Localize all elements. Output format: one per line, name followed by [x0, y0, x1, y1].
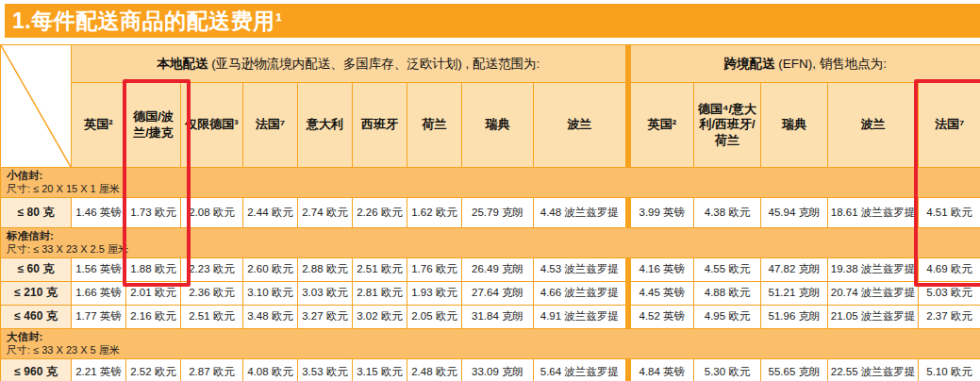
fee-cell: 5.03 欧元: [919, 281, 980, 305]
column-header-row: 英国² 德国/波兰/捷克 仅限德国³ 法国⁷ 意大利 西班牙 荷兰 瑞典 波兰 …: [1, 83, 980, 168]
fee-cell: 2.44 欧元: [243, 197, 298, 227]
table-row: ≤ 960 克 2.21 英镑 2.52 欧元 2.87 欧元 4.08 欧元 …: [1, 358, 980, 381]
fee-cell: 1.73 欧元: [126, 197, 181, 227]
page-title: 1.每件配送商品的配送费用¹: [5, 4, 980, 38]
fee-cell: 51.21 克朗: [761, 281, 828, 305]
col-header-de-only-local: 仅限德国³: [181, 83, 243, 168]
fee-cell: 3.15 欧元: [353, 358, 407, 381]
shipping-fee-table: 本地配送 (亚马逊物流境内配送、多国库存、泛欧计划) , 配送范围为: 跨境配送…: [0, 44, 980, 381]
weight-cell: ≤ 210 克: [1, 281, 72, 305]
fee-cell: 27.64 克朗: [462, 281, 534, 305]
fee-cell: 2.26 欧元: [353, 197, 407, 227]
efn-delivery-group-header: 跨境配送 (EFN), 销售地点为:: [628, 45, 980, 83]
fee-cell: 45.94 克朗: [761, 197, 828, 227]
fee-cell: 2.37 欧元: [919, 305, 980, 328]
fee-cell: 2.51 欧元: [353, 257, 407, 281]
fee-cell: 18.61 波兰兹罗提: [828, 197, 919, 227]
col-header-it-local: 意大利: [298, 83, 353, 168]
fee-cell: 33.09 克朗: [462, 358, 534, 381]
col-header-fr-efn: 法国⁷: [919, 83, 980, 168]
local-delivery-label: 本地配送: [157, 57, 208, 71]
section-name: 标准信封:: [7, 230, 974, 243]
fee-cell: 1.56 英镑: [72, 257, 126, 281]
fee-cell: 2.05 欧元: [407, 305, 462, 328]
section-size: 尺寸: ≤ 33 X 23 X 2.5 厘米: [7, 243, 974, 256]
fee-cell: 4.66 波兰兹罗提: [534, 281, 628, 305]
fee-cell: 3.03 欧元: [298, 281, 353, 305]
fee-cell: 4.55 欧元: [694, 257, 761, 281]
efn-delivery-scope-label: (EFN), 销售地点为:: [775, 57, 888, 71]
fee-cell: 2.51 欧元: [181, 305, 243, 328]
table-row: ≤ 460 克 1.77 英镑 2.16 欧元 2.51 欧元 3.48 欧元 …: [1, 305, 980, 328]
diagonal-header-cell: [1, 45, 72, 168]
fee-cell: 2.36 欧元: [181, 281, 243, 305]
col-header-de-pl-cz-local: 德国/波兰/捷克: [126, 83, 181, 168]
fee-cell: 22.55 波兰兹罗提: [828, 358, 919, 381]
fee-cell: 2.88 欧元: [298, 257, 353, 281]
weight-cell: ≤ 60 克: [1, 257, 72, 281]
fee-cell: 1.93 欧元: [407, 281, 462, 305]
col-header-es-local: 西班牙: [353, 83, 407, 168]
diagonal-line-icon: [1, 45, 71, 167]
fee-cell: 4.51 欧元: [919, 197, 980, 227]
table-row: ≤ 60 克 1.56 英镑 1.88 欧元 2.23 欧元 2.60 欧元 2…: [1, 257, 980, 281]
fee-cell: 5.30 欧元: [694, 358, 761, 381]
fee-cell: 5.64 波兰兹罗提: [534, 358, 628, 381]
col-header-pl-local: 波兰: [534, 83, 628, 168]
fee-cell: 1.77 英镑: [72, 305, 126, 328]
section-row-large-envelope: 大信封: 尺寸: ≤ 33 X 23 X 5 厘米: [1, 328, 980, 358]
fee-cell: 2.21 英镑: [72, 358, 126, 381]
fee-cell: 1.46 英镑: [72, 197, 126, 227]
fee-cell: 3.10 欧元: [243, 281, 298, 305]
fee-cell: 2.60 欧元: [243, 257, 298, 281]
col-header-pl-efn: 波兰: [828, 83, 919, 168]
section-name: 小信封:: [7, 170, 974, 183]
section-header-cell: 小信封: 尺寸: ≤ 20 X 15 X 1 厘米: [1, 168, 980, 198]
col-header-fr-local: 法国⁷: [243, 83, 298, 168]
fee-cell: 4.52 英镑: [628, 305, 694, 328]
fee-cell: 4.91 波兰兹罗提: [534, 305, 628, 328]
fee-cell: 4.45 英镑: [628, 281, 694, 305]
fee-cell: 1.66 英镑: [72, 281, 126, 305]
fee-cell: 3.99 英镑: [628, 197, 694, 227]
section-row-standard-envelope: 标准信封: 尺寸: ≤ 33 X 23 X 2.5 厘米: [1, 227, 980, 257]
weight-cell: ≤ 960 克: [1, 358, 72, 381]
fee-cell: 19.38 波兰兹罗提: [828, 257, 919, 281]
weight-cell: ≤ 80 克: [1, 197, 72, 227]
table-row: ≤ 80 克 1.46 英镑 1.73 欧元 2.08 欧元 2.44 欧元 2…: [1, 197, 980, 227]
section-size: 尺寸: ≤ 20 X 15 X 1 厘米: [7, 183, 974, 195]
section-header-cell: 标准信封: 尺寸: ≤ 33 X 23 X 2.5 厘米: [1, 227, 980, 257]
fee-cell: 4.08 欧元: [243, 358, 298, 381]
fee-cell: 21.05 波兰兹罗提: [828, 305, 919, 328]
fee-cell: 4.16 英镑: [628, 257, 694, 281]
local-delivery-group-header: 本地配送 (亚马逊物流境内配送、多国库存、泛欧计划) , 配送范围为:: [72, 45, 628, 83]
fee-cell: 1.62 欧元: [407, 197, 462, 227]
fee-cell: 2.87 欧元: [181, 358, 243, 381]
fee-cell: 2.23 欧元: [181, 257, 243, 281]
col-header-se-local: 瑞典: [462, 83, 534, 168]
section-size: 尺寸: ≤ 33 X 23 X 5 厘米: [7, 344, 974, 356]
fee-cell: 4.95 欧元: [694, 305, 761, 328]
fee-cell: 4.53 波兰兹罗提: [534, 257, 628, 281]
fee-cell: 4.69 欧元: [919, 257, 980, 281]
fee-cell: 2.01 欧元: [126, 281, 181, 305]
fee-cell: 2.08 欧元: [181, 197, 243, 227]
efn-delivery-label: 跨境配送: [724, 57, 775, 71]
fee-cell: 55.65 克朗: [761, 358, 828, 381]
col-header-uk-local: 英国²: [72, 83, 126, 168]
fee-cell: 4.88 欧元: [694, 281, 761, 305]
fee-cell: 1.76 欧元: [407, 257, 462, 281]
fee-cell: 2.81 欧元: [353, 281, 407, 305]
fee-cell: 20.74 波兰兹罗提: [828, 281, 919, 305]
fee-cell: 2.16 欧元: [126, 305, 181, 328]
fee-cell: 47.82 克朗: [761, 257, 828, 281]
fee-cell: 3.53 欧元: [298, 358, 353, 381]
fee-cell: 4.84 英镑: [628, 358, 694, 381]
section-header-cell: 大信封: 尺寸: ≤ 33 X 23 X 5 厘米: [1, 328, 980, 358]
col-header-uk-efn: 英国²: [628, 83, 694, 168]
table-row: ≤ 210 克 1.66 英镑 2.01 欧元 2.36 欧元 3.10 欧元 …: [1, 281, 980, 305]
fee-cell: 3.27 欧元: [298, 305, 353, 328]
fee-cell: 3.02 欧元: [353, 305, 407, 328]
fee-cell: 4.38 欧元: [694, 197, 761, 227]
fee-cell: 1.88 欧元: [126, 257, 181, 281]
